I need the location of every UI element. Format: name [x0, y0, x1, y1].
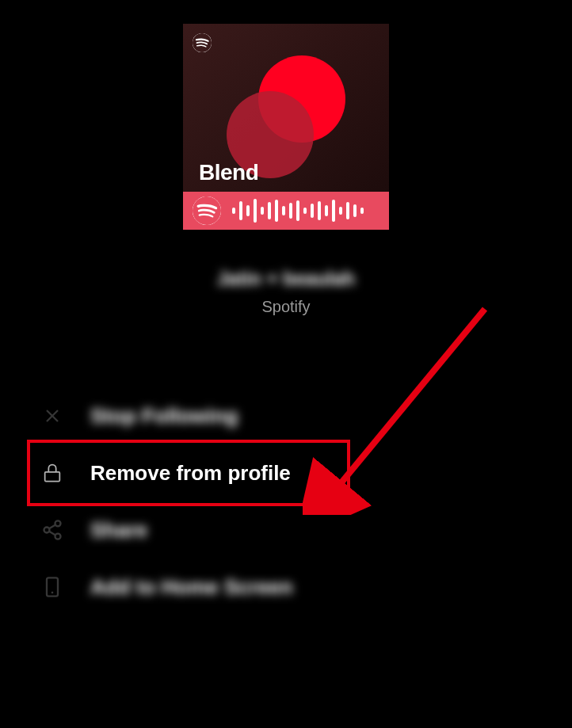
- menu-item-remove-from-profile[interactable]: Remove from profile: [32, 444, 540, 501]
- menu-label: Share: [90, 518, 147, 543]
- svg-line-9: [49, 525, 55, 529]
- svg-line-8: [49, 532, 55, 536]
- svg-rect-4: [45, 472, 60, 482]
- svg-point-5: [55, 520, 61, 526]
- svg-rect-10: [47, 577, 58, 596]
- svg-point-7: [55, 534, 61, 539]
- lock-icon: [40, 460, 65, 486]
- phone-icon: [40, 574, 65, 600]
- playlist-cover: Blend: [183, 24, 389, 230]
- spotify-logo-icon: [193, 33, 212, 52]
- spotify-code-bar[interactable]: [183, 192, 389, 230]
- close-icon: [40, 403, 65, 429]
- playlist-subtitle: Spotify: [0, 298, 572, 316]
- menu-label: Stop Following: [90, 404, 238, 429]
- spotify-code-bars: [232, 192, 364, 230]
- svg-point-6: [44, 528, 50, 533]
- menu-label: Remove from profile: [90, 461, 291, 486]
- playlist-title: Jatin + beaulah: [0, 268, 572, 290]
- menu-item-stop-following[interactable]: Stop Following: [32, 387, 540, 444]
- menu-item-add-home-screen[interactable]: Add to Home Screen: [32, 558, 540, 616]
- share-icon: [40, 517, 65, 543]
- cover-label: Blend: [199, 160, 258, 185]
- blend-artwork: [215, 48, 357, 174]
- spotify-code-logo-icon: [193, 196, 221, 225]
- menu-label: Add to Home Screen: [90, 575, 293, 600]
- context-menu: Stop Following Remove from profile Share…: [0, 387, 572, 616]
- menu-item-share[interactable]: Share: [32, 501, 540, 558]
